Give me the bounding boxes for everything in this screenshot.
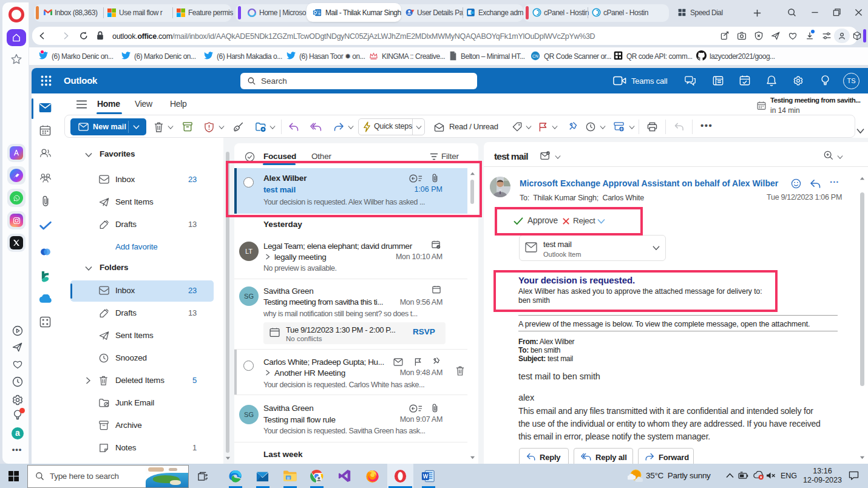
svg-text:CN: CN [532,54,538,58]
